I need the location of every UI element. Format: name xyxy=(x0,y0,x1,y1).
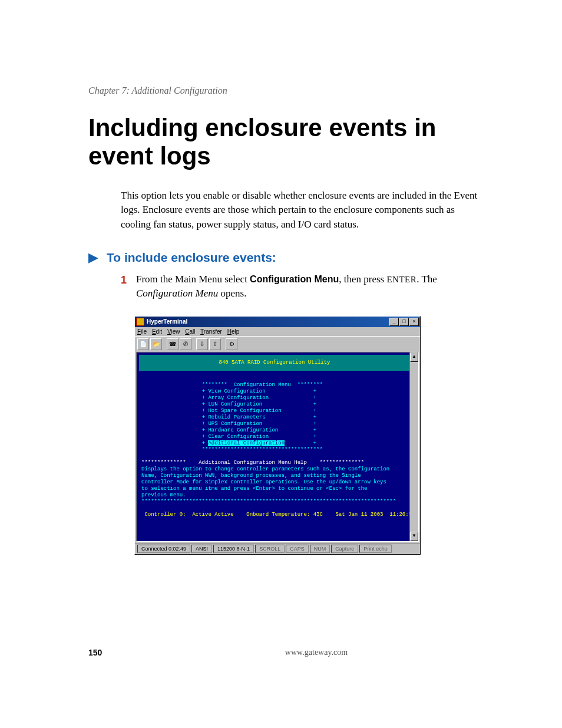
chapter-heading: Chapter 7: Additional Configuration xyxy=(88,85,485,96)
status-scroll: SCROLL xyxy=(255,545,285,553)
selected-menu-item[interactable]: Additional Configuration xyxy=(208,440,285,446)
procedure-title: To include enclosure events: xyxy=(107,251,276,265)
toolbar-disconnect-icon[interactable]: ✆ xyxy=(180,338,191,350)
status-num: NUM xyxy=(310,545,330,553)
hyperterminal-window: HyperTerminal _ □ × File Edit View Call … xyxy=(134,316,421,555)
status-bar: Connected 0:02:49 ANSI 115200 8-N-1 SCRO… xyxy=(135,543,420,554)
scroll-down-icon[interactable]: ▼ xyxy=(410,532,418,541)
page-footer: 150 www.gateway.com xyxy=(0,648,562,657)
menu-view[interactable]: View xyxy=(167,328,180,335)
window-titlebar[interactable]: HyperTerminal _ □ × xyxy=(135,317,420,327)
minimize-button[interactable]: _ xyxy=(389,318,399,326)
menu-file[interactable]: File xyxy=(137,328,147,335)
menu-help[interactable]: Help xyxy=(227,328,240,335)
toolbar-properties-icon[interactable]: ⚙ xyxy=(226,338,237,350)
status-connected: Connected 0:02:49 xyxy=(137,545,190,553)
page-number: 150 xyxy=(88,648,159,657)
menu-call[interactable]: Call xyxy=(185,328,195,335)
window-title: HyperTerminal xyxy=(147,318,389,325)
status-baud: 115200 8-N-1 xyxy=(213,545,254,553)
status-capture: Capture xyxy=(331,545,358,553)
toolbar-new-icon[interactable]: 📄 xyxy=(137,338,149,350)
step-1: 1 From the Main Menu select Configuratio… xyxy=(121,272,485,301)
step-text: From the Main Menu select Configuration … xyxy=(136,272,485,301)
page-title: Including enclosure events in event logs xyxy=(88,114,485,171)
toolbar-send-icon[interactable]: ⇩ xyxy=(196,338,208,350)
triangle-icon: ▶ xyxy=(88,250,98,265)
step-number: 1 xyxy=(121,272,129,301)
terminal-status-line: Controller 0: Active Active Onboard Temp… xyxy=(141,512,415,518)
menu-bar: File Edit View Call Transfer Help xyxy=(135,327,420,336)
menu-transfer[interactable]: Transfer xyxy=(200,328,222,335)
toolbar-connect-icon[interactable]: ☎ xyxy=(167,338,178,350)
scrollbar-vertical[interactable]: ▲ ▼ xyxy=(409,353,418,541)
footer-url: www.gateway.com xyxy=(159,648,474,657)
terminal-content[interactable]: 840 SATA RAID Configuration Utility ****… xyxy=(137,353,418,541)
maximize-button[interactable]: □ xyxy=(399,318,409,326)
app-icon xyxy=(136,318,144,326)
scroll-up-icon[interactable]: ▲ xyxy=(410,353,418,362)
status-emulation: ANSI xyxy=(191,545,212,553)
terminal-banner: 840 SATA RAID Configuration Utility xyxy=(139,355,410,371)
status-echo: Print echo xyxy=(359,545,392,553)
toolbar-receive-icon[interactable]: ⇧ xyxy=(209,338,221,350)
toolbar-open-icon[interactable]: 📂 xyxy=(150,338,162,350)
toolbar: 📄 📂 ☎ ✆ ⇩ ⇧ ⚙ xyxy=(135,336,420,352)
intro-paragraph: This option lets you enable or disable w… xyxy=(121,189,485,232)
menu-edit[interactable]: Edit xyxy=(152,328,162,335)
close-button[interactable]: × xyxy=(409,318,419,326)
status-caps: CAPS xyxy=(286,545,309,553)
